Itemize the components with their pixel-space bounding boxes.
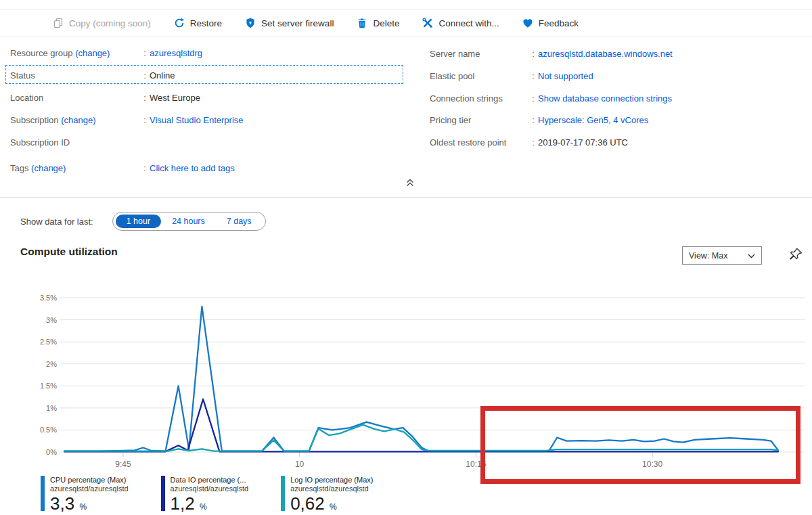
server-name-label: Server name	[430, 48, 528, 60]
subscription-id-label: Subscription ID	[10, 137, 140, 148]
oldest-restore-point-label: Oldest restore point	[430, 137, 528, 148]
location-value: West Europe	[150, 92, 200, 104]
connect-with-button[interactable]: Connect with...	[422, 18, 499, 28]
legend-log-io-value: 0,62 %	[290, 494, 373, 515]
resource-group-label: Resource group (change)	[10, 47, 140, 59]
time-range-pill-group: 1 hour 24 hours 7 days	[112, 212, 266, 231]
svg-text:9:45: 9:45	[115, 460, 131, 469]
restore-icon	[174, 18, 185, 28]
separator: :	[528, 70, 538, 82]
separator: :	[140, 92, 150, 104]
pricing-tier-value-link[interactable]: Hyperscale: Gen5, 4 vCores	[538, 114, 648, 126]
red-highlight-box	[480, 406, 800, 484]
legend-log-io-name: Log IO percentage (Max)	[290, 476, 373, 485]
oldest-restore-point-row: Oldest restore point : 2019-07-17 07:36 …	[430, 137, 628, 148]
delete-button[interactable]: Delete	[357, 18, 399, 28]
copy-button-label: Copy (coming soon)	[69, 18, 151, 28]
shield-icon	[245, 18, 256, 28]
pin-chart-button[interactable]	[786, 246, 805, 265]
svg-text:10: 10	[295, 460, 304, 469]
collapse-essentials-button[interactable]	[402, 177, 418, 190]
time-range-option-7-days[interactable]: 7 days	[216, 215, 263, 228]
tags-value-link[interactable]: Click here to add tags	[150, 162, 235, 174]
svg-text:0%: 0%	[46, 448, 57, 456]
svg-text:3%: 3%	[46, 316, 57, 324]
feedback-button[interactable]: Feedback	[522, 18, 579, 28]
legend-data-io-value: 1,2 %	[171, 494, 249, 515]
time-range-control: Show data for last: 1 hour 24 hours 7 da…	[20, 212, 266, 231]
separator: :	[140, 47, 150, 59]
section-divider	[0, 197, 812, 198]
command-bar: Copy (coming soon) Restore Set server fi…	[0, 9, 812, 37]
heart-icon	[522, 18, 533, 28]
legend-cpu-resource: azuresqlstd/azuresqlstd	[50, 485, 129, 493]
separator: :	[528, 137, 538, 148]
legend-item-log-io-percentage[interactable]: Log IO percentage (Max) azuresqlstd/azur…	[281, 476, 373, 515]
log-io-series-color-bar	[281, 476, 285, 511]
pricing-tier-label: Pricing tier	[430, 114, 528, 126]
status-row: Status : Online	[10, 70, 175, 81]
restore-button[interactable]: Restore	[174, 18, 222, 28]
separator: :	[140, 70, 150, 81]
subscription-value-link[interactable]: Visual Studio Enterprise	[150, 114, 244, 126]
separator: :	[528, 114, 538, 126]
chart-title: Compute utilization	[20, 246, 118, 258]
essentials-panel: Resource group (change) : azuresqlstdrg …	[0, 38, 812, 198]
copy-icon	[53, 18, 64, 28]
svg-text:0.5%: 0.5%	[40, 426, 57, 434]
server-name-value-link[interactable]: azuresqlstd.database.windows.net	[538, 48, 673, 60]
pin-icon	[788, 247, 803, 265]
separator: :	[528, 93, 538, 104]
location-label: Location	[10, 92, 140, 104]
elastic-pool-value-link[interactable]: Not supported	[538, 70, 593, 82]
tags-label: Tags (change)	[10, 162, 140, 174]
resource-group-change-link[interactable]: (change)	[75, 48, 110, 58]
chart-legend: CPU percentage (Max) azuresqlstd/azuresq…	[41, 476, 373, 515]
connect-with-label: Connect with...	[438, 18, 499, 28]
restore-button-label: Restore	[190, 18, 222, 28]
delete-button-label: Delete	[373, 18, 399, 28]
subscription-change-link[interactable]: (change)	[61, 115, 95, 125]
legend-data-io-name: Data IO percentage (...	[171, 476, 249, 485]
copy-button: Copy (coming soon)	[53, 18, 151, 28]
legend-item-data-io-percentage[interactable]: Data IO percentage (... azuresqlstd/azur…	[161, 476, 249, 515]
subscription-row: Subscription (change) : Visual Studio En…	[10, 114, 244, 126]
separator: :	[140, 114, 150, 126]
svg-text:2.5%: 2.5%	[40, 338, 57, 346]
time-range-label: Show data for last:	[20, 217, 93, 227]
pricing-tier-row: Pricing tier : Hyperscale: Gen5, 4 vCore…	[430, 114, 648, 126]
legend-cpu-name: CPU percentage (Max)	[50, 476, 129, 485]
azure-sql-overview-page: Copy (coming soon) Restore Set server fi…	[0, 0, 812, 515]
elastic-pool-label: Elastic pool	[430, 70, 528, 82]
svg-text:3.5%: 3.5%	[40, 294, 57, 302]
feedback-button-label: Feedback	[539, 18, 579, 28]
chevron-down-icon	[748, 251, 755, 261]
tags-row: Tags (change) : Click here to add tags	[10, 162, 235, 174]
connection-strings-value-link[interactable]: Show database connection strings	[538, 93, 672, 104]
server-name-row: Server name : azuresqlstd.database.windo…	[430, 48, 673, 60]
elastic-pool-row: Elastic pool : Not supported	[430, 70, 593, 82]
legend-item-cpu-percentage[interactable]: CPU percentage (Max) azuresqlstd/azuresq…	[41, 476, 129, 515]
separator: :	[140, 162, 150, 174]
trash-icon	[357, 18, 367, 28]
svg-text:1.5%: 1.5%	[40, 382, 57, 390]
tags-change-link[interactable]: (change)	[31, 163, 66, 173]
time-range-option-1-hour[interactable]: 1 hour	[116, 215, 161, 228]
connection-strings-row: Connection strings : Show database conne…	[430, 93, 672, 104]
data-io-series-color-bar	[161, 476, 165, 511]
subscription-label: Subscription (change)	[10, 114, 140, 126]
set-server-firewall-button[interactable]: Set server firewall	[245, 18, 334, 28]
subscription-id-row: Subscription ID	[10, 137, 150, 148]
chevron-double-up-icon	[406, 179, 414, 189]
tools-icon	[422, 18, 433, 28]
resource-group-value-link[interactable]: azuresqlstdrg	[150, 47, 202, 59]
oldest-restore-point-value: 2019-07-17 07:36 UTC	[538, 137, 628, 148]
legend-cpu-value: 3,3 %	[50, 494, 129, 515]
status-value: Online	[150, 70, 175, 81]
status-label: Status	[10, 70, 140, 81]
time-range-option-24-hours[interactable]: 24 hours	[161, 215, 216, 228]
svg-text:2%: 2%	[46, 360, 57, 368]
legend-data-io-resource: azuresqlstd/azuresqlstd	[171, 485, 249, 493]
svg-text:1%: 1%	[46, 404, 57, 412]
chart-view-dropdown[interactable]: View: Max	[682, 246, 762, 265]
